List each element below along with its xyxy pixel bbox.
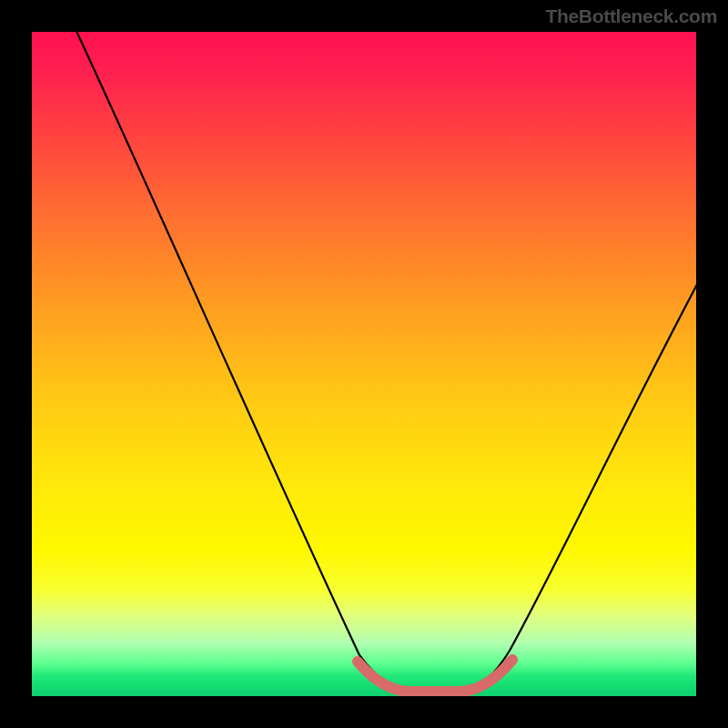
curve-layer — [32, 32, 696, 696]
chart-frame: TheBottleneck.com — [0, 0, 728, 728]
optimal-zone-highlight — [358, 660, 512, 692]
bottleneck-curve — [68, 32, 696, 693]
plot-area — [32, 32, 696, 696]
attribution-watermark: TheBottleneck.com — [545, 5, 717, 27]
